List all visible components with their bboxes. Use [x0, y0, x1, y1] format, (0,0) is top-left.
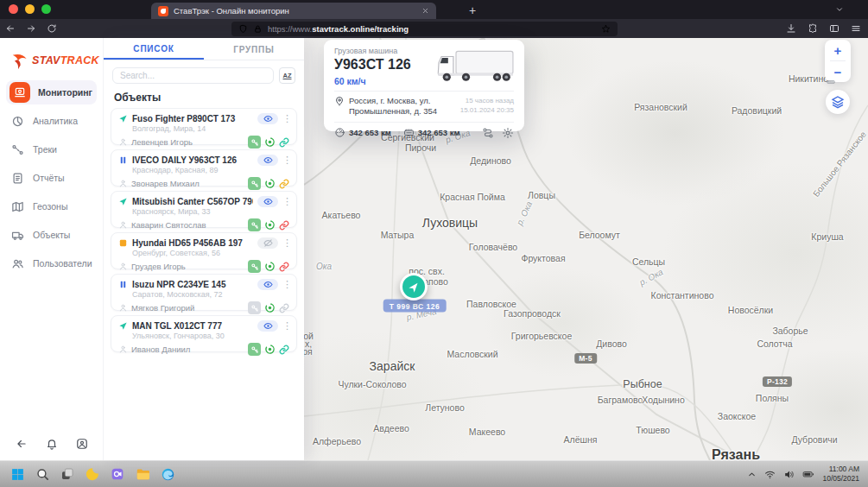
sidebar-item-label: Треки: [33, 144, 57, 155]
collapse-back-icon[interactable]: [16, 438, 28, 450]
driver-icon: [118, 220, 128, 230]
marker-plate-badge[interactable]: Т 999 ВС 126: [383, 300, 447, 313]
connection-link-icon[interactable]: [279, 262, 289, 272]
taskbar-start-icon[interactable]: [9, 465, 26, 483]
connection-link-icon[interactable]: [279, 137, 289, 148]
ignition-status-icon[interactable]: [264, 219, 276, 231]
taskbar-folder-icon[interactable]: [134, 465, 151, 483]
sidebar-item-analytics[interactable]: Аналитика: [6, 109, 97, 133]
sidebar-item-reports[interactable]: Отчёты: [6, 166, 97, 190]
new-tab-button[interactable]: +: [469, 3, 476, 19]
taskbar-moon-icon[interactable]: [84, 465, 101, 483]
kebab-menu-icon[interactable]: ⋮: [282, 238, 289, 248]
lock-icon: [253, 24, 263, 34]
ignition-status-icon[interactable]: [264, 178, 276, 189]
location-pin-icon: [334, 96, 345, 106]
tab-list-chevron-icon[interactable]: [835, 5, 844, 14]
zoom-in-button[interactable]: +: [825, 40, 851, 60]
sort-az-button[interactable]: AZ: [279, 67, 295, 84]
map-label: Ходынино: [642, 395, 684, 405]
back-icon[interactable]: [5, 23, 16, 34]
connection-link-icon[interactable]: [279, 220, 289, 231]
eye-icon[interactable]: [257, 113, 278, 124]
gear-icon[interactable]: [502, 127, 514, 139]
vehicle-list-panel: СПИСОК ГРУППЫ AZ Объекты Fuso Fighter Р8…: [104, 38, 304, 460]
taskbar-taskview-icon[interactable]: [59, 465, 76, 483]
taskbar-search-win-icon[interactable]: [34, 465, 51, 483]
tray-chevron-up-icon[interactable]: [747, 470, 757, 479]
odometer-icon: [334, 127, 345, 138]
clock[interactable]: 11:00 AM 10/05/2021: [822, 465, 859, 484]
sidebar-item-objects[interactable]: Объекты: [6, 223, 97, 247]
bookmark-star-icon[interactable]: [601, 24, 611, 34]
sidebar-item-tracks[interactable]: Треки: [6, 137, 97, 161]
window-zoom-button[interactable]: [41, 4, 51, 14]
tab-list[interactable]: СПИСОК: [104, 39, 204, 60]
sidebar-item-geozones[interactable]: Геозоны: [6, 194, 97, 218]
tab-close-icon[interactable]: [421, 7, 429, 15]
ignition-status-icon[interactable]: [264, 302, 276, 313]
map-layers-button[interactable]: [826, 90, 850, 114]
ignition-status-icon[interactable]: [264, 261, 276, 272]
search-input[interactable]: [112, 67, 274, 84]
kebab-menu-icon[interactable]: ⋮: [282, 280, 289, 289]
eye-icon[interactable]: [257, 279, 278, 290]
vehicle-address: Волгоград, Мира, 14: [132, 124, 289, 134]
key-icon[interactable]: [248, 136, 261, 149]
tab-groups[interactable]: ГРУППЫ: [204, 39, 304, 60]
kebab-menu-icon[interactable]: ⋮: [282, 155, 289, 165]
vehicle-card[interactable]: MAN TGL Х012СТ 777⋮Ульяновск, Гончарова,…: [111, 315, 297, 352]
key-icon[interactable]: [248, 218, 261, 231]
sidebar-item-users[interactable]: Пользователи: [6, 251, 97, 275]
tray-battery-icon[interactable]: [802, 468, 814, 480]
connection-link-icon[interactable]: [279, 303, 289, 313]
kebab-menu-icon[interactable]: ⋮: [282, 197, 289, 206]
window-close-button[interactable]: [9, 4, 18, 14]
taskbar-edge-icon[interactable]: [159, 465, 176, 483]
ignition-status-icon[interactable]: [264, 136, 276, 148]
forward-icon[interactable]: [26, 23, 36, 34]
sidebar-toggle-icon[interactable]: [829, 23, 839, 34]
vehicle-name: Fuso Fighter Р890СТ 173: [132, 114, 253, 123]
key-icon[interactable]: [248, 177, 261, 190]
connection-link-icon[interactable]: [279, 179, 289, 189]
vehicle-card[interactable]: Fuso Fighter Р890СТ 173⋮Волгоград, Мира,…: [111, 108, 297, 145]
menu-icon[interactable]: [851, 23, 861, 34]
map-label: Алёшня: [564, 434, 598, 445]
eye-icon[interactable]: [257, 320, 278, 332]
map-label: Радовицкий: [732, 105, 782, 116]
vehicle-card[interactable]: Mitsubishi Canter С567ОР 790⋮Красноярск,…: [111, 191, 297, 228]
extensions-icon[interactable]: [808, 23, 818, 34]
vehicle-card[interactable]: Isuzu NPR С234УЕ 145⋮Саратов, Московская…: [111, 274, 297, 311]
vehicle-address: Россия, г. Москва, ул. Промышленная, д. …: [349, 96, 437, 117]
key-icon[interactable]: [248, 343, 261, 356]
url-bar[interactable]: https://www.stavtrack.online/tracking: [231, 22, 618, 36]
tray-volume-icon[interactable]: [783, 469, 795, 480]
map-label: Фруктовая: [521, 253, 565, 263]
eye-icon[interactable]: [257, 196, 278, 207]
kebab-menu-icon[interactable]: ⋮: [282, 114, 289, 123]
kebab-menu-icon[interactable]: ⋮: [282, 321, 289, 331]
stavtrack-logo-mark: [10, 51, 29, 70]
key-icon[interactable]: [248, 260, 261, 273]
connection-link-icon[interactable]: [279, 345, 289, 355]
reload-icon[interactable]: [47, 23, 57, 34]
vehicle-card[interactable]: IVECO DAILY У963СТ 126⋮Краснодар, Красна…: [111, 149, 297, 187]
browser-tab[interactable]: СтавТрэк - Онлайн мониторин: [151, 3, 436, 19]
eye-icon[interactable]: [257, 155, 278, 166]
vehicle-card[interactable]: Hyundai HD65 Р456АВ 197⋮Оренбург, Советс…: [111, 232, 297, 269]
ignition-status-icon[interactable]: [264, 344, 276, 355]
tray-wifi-icon[interactable]: [764, 469, 776, 480]
download-icon[interactable]: [786, 23, 796, 34]
route-icon[interactable]: [482, 127, 494, 139]
taskbar-chat-icon[interactable]: [109, 465, 126, 483]
key-icon[interactable]: [248, 301, 261, 314]
vehicle-marker[interactable]: [400, 273, 428, 300]
eye-off-icon[interactable]: [257, 237, 278, 249]
ruler-icon[interactable]: [827, 78, 835, 86]
shield-icon[interactable]: [238, 24, 248, 34]
sidebar-item-monitoring[interactable]: Мониторинг: [6, 80, 97, 104]
window-minimize-button[interactable]: [25, 4, 35, 14]
profile-icon[interactable]: [76, 438, 88, 450]
notifications-bell-icon[interactable]: [46, 438, 58, 450]
